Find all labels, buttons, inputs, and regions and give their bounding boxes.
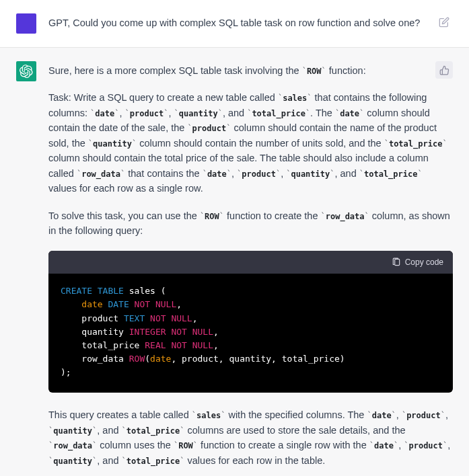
assistant-para-4: This query creates a table called sales … — [48, 407, 453, 468]
code-content: CREATE TABLE sales ( date DATE NOT NULL,… — [48, 274, 453, 393]
code-block: Copy code CREATE TABLE sales ( date DATE… — [48, 251, 453, 393]
user-message: GPT, Could you come up with complex SQL … — [0, 0, 469, 48]
user-avatar — [16, 13, 36, 34]
assistant-message: Sure, here is a more complex SQL table t… — [0, 48, 469, 476]
copy-code-label: Copy code — [405, 256, 443, 269]
assistant-para-3: To solve this task, you can use the ROW … — [48, 208, 453, 239]
copy-code-button[interactable]: Copy code — [392, 256, 443, 269]
assistant-para-1: Sure, here is a more complex SQL table t… — [48, 63, 453, 78]
code-toolbar: Copy code — [48, 251, 453, 274]
user-text: GPT, Could you come up with complex SQL … — [48, 15, 453, 30]
assistant-avatar — [16, 61, 36, 81]
thumbs-up-icon — [439, 65, 449, 75]
user-content: GPT, Could you come up with complex SQL … — [48, 13, 453, 34]
clipboard-icon — [392, 257, 401, 267]
assistant-para-2: Task: Write a SQL query to create a new … — [48, 90, 453, 196]
openai-icon — [20, 65, 33, 78]
assistant-content: Sure, here is a more complex SQL table t… — [48, 61, 453, 468]
edit-icon — [439, 17, 449, 28]
thumbs-up-button[interactable] — [435, 61, 453, 79]
svg-rect-0 — [394, 259, 399, 265]
edit-button[interactable] — [435, 13, 453, 31]
